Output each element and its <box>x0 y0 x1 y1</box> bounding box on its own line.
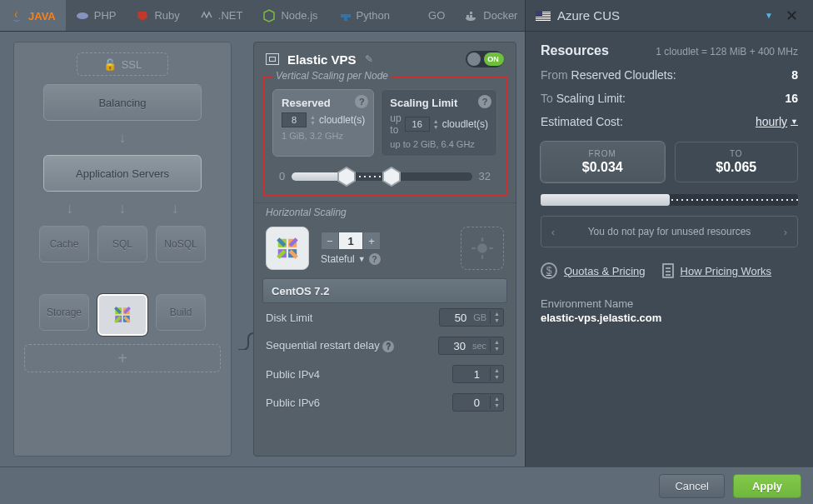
topology-palette: 🔓 SSL Balancing ↓ Application Servers ↓ … <box>13 42 232 457</box>
carousel-prev[interactable]: ‹ <box>541 226 565 238</box>
help-icon[interactable]: ? <box>369 253 381 265</box>
ipv4-input[interactable]: 1 ▲▼ <box>452 365 504 383</box>
vps-block-selected[interactable] <box>97 294 147 336</box>
cost-from-value: $0.034 <box>582 160 623 175</box>
build-block[interactable]: Build <box>156 294 206 331</box>
increment-button[interactable]: + <box>362 232 381 250</box>
stateful-select[interactable]: Stateful ▼ ? <box>321 253 381 265</box>
carousel-next[interactable]: › <box>774 226 797 238</box>
how-pricing-link[interactable]: How Pricing Works <box>662 262 772 279</box>
tab-ruby[interactable]: Ruby <box>126 0 189 31</box>
ssl-label: SSL <box>122 58 142 71</box>
appservers-block[interactable]: Application Servers <box>43 155 202 192</box>
close-button[interactable]: ✕ <box>780 7 803 25</box>
reserved-spinner[interactable]: ▲▼ <box>310 114 316 126</box>
add-block-button[interactable]: + <box>24 344 221 372</box>
gear-icon <box>471 237 494 260</box>
apply-button[interactable]: Apply <box>733 474 801 498</box>
cost-to-card: TO $0.065 <box>675 142 799 182</box>
ipv6-spinner[interactable]: ▲▼ <box>490 396 503 409</box>
reserved-title: Reserved <box>282 97 365 109</box>
cloudlet-slider[interactable] <box>292 172 471 181</box>
balancing-block[interactable]: Balancing <box>43 84 202 121</box>
help-icon[interactable]: ? <box>382 341 394 352</box>
quotas-label: Quotas & Pricing <box>564 265 646 277</box>
ssl-button[interactable]: 🔓 SSL <box>77 52 168 76</box>
tab-java[interactable]: JAVA <box>0 0 66 31</box>
docker-icon <box>465 9 478 22</box>
reserved-input[interactable] <box>282 112 307 127</box>
vps-icon <box>266 53 279 65</box>
carousel-message: You do not pay for unused resources <box>565 226 774 237</box>
disk-limit-input[interactable]: 50 GB ▲▼ <box>439 308 504 327</box>
region-select[interactable]: Azure CUS ▼ <box>536 8 773 22</box>
limit-input[interactable] <box>405 117 430 132</box>
restart-delay-label: Sequential restart delay <box>266 339 380 352</box>
tab-node[interactable]: Node.js <box>252 0 327 31</box>
svg-rect-3 <box>466 15 469 17</box>
limit-prefix: up to <box>390 112 401 136</box>
price-bar <box>541 194 798 206</box>
java-icon <box>10 10 23 23</box>
python-icon <box>338 9 352 22</box>
arrow-down-icon: ↓ <box>119 129 127 147</box>
ipv6-input[interactable]: 0 ▲▼ <box>452 393 504 412</box>
resources-panel: Azure CUS ▼ ✕ Resources 1 cloudlet = 128… <box>525 0 813 467</box>
cloudlet-note: 1 cloudlet = 128 MiB + 400 MHz <box>656 46 798 57</box>
nosql-block[interactable]: NoSQL <box>156 226 206 262</box>
quotas-pricing-link[interactable]: $ Quotas & Pricing <box>541 262 646 279</box>
restart-delay-input[interactable]: 30 sec ▲▼ <box>438 337 504 355</box>
us-flag-icon <box>536 11 551 21</box>
help-icon[interactable]: ? <box>478 95 491 108</box>
storage-block[interactable]: Storage <box>39 294 89 331</box>
tab-dotnet[interactable]: .NET <box>190 0 253 31</box>
sql-block[interactable]: SQL <box>97 226 147 262</box>
chevron-down-icon: ▼ <box>358 255 366 263</box>
tab-go[interactable]: GO <box>400 0 455 31</box>
edit-icon[interactable]: ✎ <box>365 53 373 65</box>
tab-php-label: PHP <box>94 9 117 22</box>
disk-limit-unit: GB <box>470 312 490 322</box>
reserved-unit: cloudlet(s) <box>319 114 365 126</box>
os-select[interactable]: CentOS 7.2 <box>262 278 507 303</box>
cancel-button[interactable]: Cancel <box>659 474 724 498</box>
chevron-down-icon: ▼ <box>791 117 798 126</box>
decrement-button[interactable]: − <box>321 232 339 250</box>
apply-label: Apply <box>752 480 782 492</box>
limit-unit: cloudlet(s) <box>442 118 488 130</box>
tab-python[interactable]: Python <box>328 0 400 31</box>
ipv6-label: Public IPv6 <box>266 397 320 409</box>
chevron-down-icon: ▼ <box>765 11 773 20</box>
limit-spinner[interactable]: ▲▼ <box>433 118 439 130</box>
cache-block[interactable]: Cache <box>39 226 89 262</box>
limit-handle[interactable] <box>382 167 402 187</box>
vps-toggle[interactable]: ON <box>466 51 504 67</box>
node-icon-box[interactable] <box>266 227 309 270</box>
disk-limit-value: 50 <box>440 312 470 324</box>
help-icon[interactable]: ? <box>355 95 368 108</box>
reserved-handle[interactable] <box>337 167 357 187</box>
cost-to-label: TO <box>730 149 743 158</box>
arrow-down-icon: ↓ <box>118 200 126 217</box>
tab-python-label: Python <box>357 9 390 22</box>
svg-rect-25 <box>481 237 483 242</box>
period-select[interactable]: hourly ▼ <box>756 115 798 128</box>
cost-from-label: FROM <box>589 149 616 158</box>
vscale-heading: Vertical Scaling per Node <box>272 70 392 82</box>
svg-rect-28 <box>489 247 493 249</box>
svg-marker-15 <box>383 167 400 186</box>
disk-limit-spinner[interactable]: ▲▼ <box>490 311 503 324</box>
ipv4-spinner[interactable]: ▲▼ <box>490 367 503 381</box>
svg-marker-1 <box>137 12 147 21</box>
restart-delay-spinner[interactable]: ▲▼ <box>490 339 503 352</box>
tab-docker[interactable]: Docker <box>455 0 527 31</box>
tab-php[interactable]: PHP <box>66 0 127 31</box>
cancel-label: Cancel <box>675 480 708 492</box>
arrow-down-icon: ↓ <box>172 200 179 217</box>
add-node-placeholder[interactable] <box>461 227 504 270</box>
ipv4-value: 1 <box>453 368 483 381</box>
restart-delay-unit: sec <box>469 341 490 351</box>
limit-title: Scaling Limit <box>390 97 488 109</box>
env-name-label: Environment Name <box>541 297 798 310</box>
tab-go-label: GO <box>428 9 445 22</box>
